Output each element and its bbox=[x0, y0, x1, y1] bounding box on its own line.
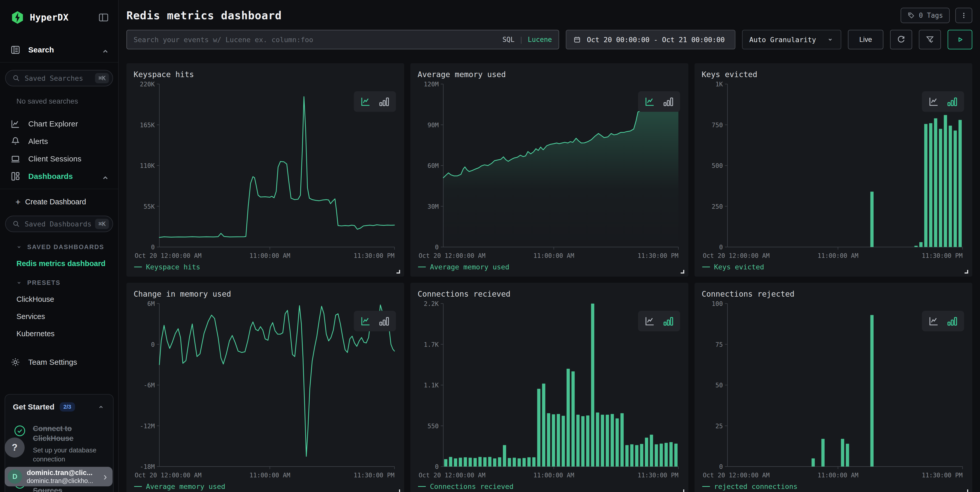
sidebar-item-label: Client Sessions bbox=[28, 154, 81, 163]
hyperdx-logo-icon bbox=[10, 10, 25, 25]
svg-text:250: 250 bbox=[711, 203, 722, 210]
bar-chart-icon[interactable] bbox=[946, 315, 958, 327]
chart-mode-toggle[interactable] bbox=[354, 311, 396, 331]
saved-dashboards-section-header[interactable]: SAVED DASHBOARDS bbox=[16, 244, 118, 251]
sql-mode-toggle[interactable]: SQL bbox=[502, 36, 514, 43]
bar-chart-icon[interactable] bbox=[662, 315, 675, 327]
legend-swatch bbox=[702, 486, 710, 487]
get-started-item-connect[interactable]: Connect to ClickHouse Set up your databa… bbox=[13, 424, 105, 464]
saved-searches-input[interactable] bbox=[25, 74, 91, 82]
user-profile-button[interactable]: D dominic.tran@clic... dominic.tran@clic… bbox=[5, 467, 113, 486]
divider bbox=[0, 62, 118, 63]
gear-icon bbox=[10, 357, 21, 368]
tag-icon bbox=[907, 11, 915, 19]
saved-searches-search[interactable]: ⌘K bbox=[5, 70, 113, 86]
date-range-picker[interactable]: Oct 20 00:00:00 - Oct 21 00:00:00 bbox=[566, 30, 735, 49]
saved-dashboards-input[interactable] bbox=[25, 220, 91, 228]
bar-chart-icon[interactable] bbox=[378, 315, 390, 327]
event-search-input[interactable] bbox=[134, 36, 498, 44]
sidebar-item-preset-kubernetes[interactable]: Kubernetes bbox=[16, 330, 118, 338]
help-button[interactable]: ? bbox=[5, 438, 25, 457]
chart-mode-toggle[interactable] bbox=[922, 91, 964, 112]
svg-text:11:30:00 PM: 11:30:00 PM bbox=[353, 472, 395, 479]
chart-mode-toggle[interactable] bbox=[922, 311, 964, 331]
saved-dashboards-search[interactable]: ⌘K bbox=[5, 216, 113, 232]
chart-mode-toggle[interactable] bbox=[638, 91, 680, 112]
svg-text:50: 50 bbox=[715, 382, 723, 389]
svg-text:30M: 30M bbox=[428, 203, 439, 210]
sidebar-item-team-settings[interactable]: Team Settings bbox=[0, 354, 118, 370]
resize-handle[interactable] bbox=[681, 489, 684, 492]
svg-text:100: 100 bbox=[711, 300, 722, 307]
resize-handle[interactable] bbox=[681, 270, 684, 274]
sidebar-item-redis-dashboard[interactable]: Redis metrics dashboard bbox=[16, 260, 118, 268]
svg-text:60M: 60M bbox=[428, 162, 439, 169]
legend-swatch bbox=[418, 486, 426, 487]
svg-text:6M: 6M bbox=[147, 300, 155, 307]
tags-button[interactable]: 0 Tags bbox=[900, 8, 950, 23]
bar-chart-icon[interactable] bbox=[662, 96, 675, 108]
check-circle-icon bbox=[13, 424, 27, 438]
dots-vertical-icon bbox=[959, 11, 968, 20]
profile-name: dominic.tran@clic... bbox=[27, 469, 93, 477]
no-saved-searches-text: No saved searches bbox=[16, 97, 118, 105]
sidebar-item-label: Team Settings bbox=[28, 358, 77, 366]
live-button[interactable]: Live bbox=[848, 30, 883, 49]
filter-button[interactable] bbox=[919, 30, 941, 49]
line-chart-icon[interactable] bbox=[928, 315, 940, 327]
run-query-button[interactable] bbox=[948, 30, 972, 49]
bar-chart-icon[interactable] bbox=[946, 96, 958, 108]
sidebar-item-preset-clickhouse[interactable]: ClickHouse bbox=[16, 295, 118, 304]
sidebar-item-label: Search bbox=[28, 46, 54, 54]
main-content: Redis metrics dashboard 0 Tags SQL | Luc… bbox=[119, 0, 980, 492]
lucene-mode-toggle[interactable]: Lucene bbox=[528, 36, 552, 43]
line-chart-icon[interactable] bbox=[644, 96, 656, 108]
svg-text:120M: 120M bbox=[424, 81, 439, 88]
granularity-select[interactable]: Auto Granularity bbox=[742, 30, 841, 49]
sidebar-item-client-sessions[interactable]: Client Sessions bbox=[0, 151, 118, 167]
chart-plot-area: 120M90M60M30M0Oct 20 12:00:00 AM11:00:00… bbox=[418, 80, 681, 262]
resize-handle[interactable] bbox=[396, 489, 400, 492]
presets-section-header[interactable]: PRESETS bbox=[16, 279, 118, 287]
line-chart-icon[interactable] bbox=[360, 96, 372, 108]
sidebar-item-dashboards[interactable]: Dashboards bbox=[0, 168, 118, 185]
chart-mode-toggle[interactable] bbox=[354, 91, 396, 112]
chevron-up-icon[interactable] bbox=[100, 172, 108, 181]
svg-text:11:00:00 AM: 11:00:00 AM bbox=[250, 472, 290, 479]
svg-text:220K: 220K bbox=[140, 81, 155, 88]
chevron-up-icon[interactable] bbox=[97, 403, 105, 411]
refresh-button[interactable] bbox=[890, 30, 912, 49]
svg-text:11:00:00 AM: 11:00:00 AM bbox=[533, 472, 574, 479]
resize-handle[interactable] bbox=[396, 270, 400, 274]
search-icon bbox=[12, 74, 21, 83]
line-chart-icon[interactable] bbox=[928, 96, 940, 108]
svg-text:0: 0 bbox=[151, 244, 155, 251]
page-title: Redis metrics dashboard bbox=[126, 9, 282, 22]
sidebar-collapse-icon[interactable] bbox=[98, 11, 110, 23]
event-search-box[interactable]: SQL | Lucene bbox=[126, 30, 559, 49]
chart-mode-toggle[interactable] bbox=[638, 311, 680, 331]
plus-icon: + bbox=[16, 197, 21, 207]
svg-text:0: 0 bbox=[151, 341, 155, 348]
brand-name: HyperDX bbox=[30, 12, 68, 22]
svg-text:0: 0 bbox=[435, 244, 439, 251]
create-dashboard-label: Create Dashboard bbox=[25, 197, 86, 206]
kebab-menu-button[interactable] bbox=[955, 8, 972, 23]
sidebar-item-chart-explorer[interactable]: Chart Explorer bbox=[0, 116, 118, 132]
line-chart-icon[interactable] bbox=[360, 315, 372, 327]
bar-chart-icon[interactable] bbox=[378, 96, 390, 108]
sidebar-item-alerts[interactable]: Alerts bbox=[0, 133, 118, 150]
create-dashboard-button[interactable]: + Create Dashboard bbox=[0, 197, 118, 207]
avatar: D bbox=[8, 470, 22, 484]
line-chart-icon[interactable] bbox=[644, 315, 656, 327]
sidebar: HyperDX Search ⌘K No saved searches bbox=[0, 0, 119, 492]
sidebar-item-preset-services[interactable]: Services bbox=[16, 312, 118, 321]
resize-handle[interactable] bbox=[964, 489, 968, 492]
resize-handle[interactable] bbox=[964, 270, 968, 274]
svg-text:-12M: -12M bbox=[140, 423, 155, 430]
svg-text:Oct 20 12:00:00 AM: Oct 20 12:00:00 AM bbox=[418, 472, 485, 479]
svg-text:11:30:00 PM: 11:30:00 PM bbox=[638, 252, 679, 260]
chart-legend: rejected connections bbox=[702, 481, 965, 492]
sidebar-item-search[interactable]: Search bbox=[0, 41, 118, 58]
chevron-up-icon[interactable] bbox=[100, 46, 108, 54]
